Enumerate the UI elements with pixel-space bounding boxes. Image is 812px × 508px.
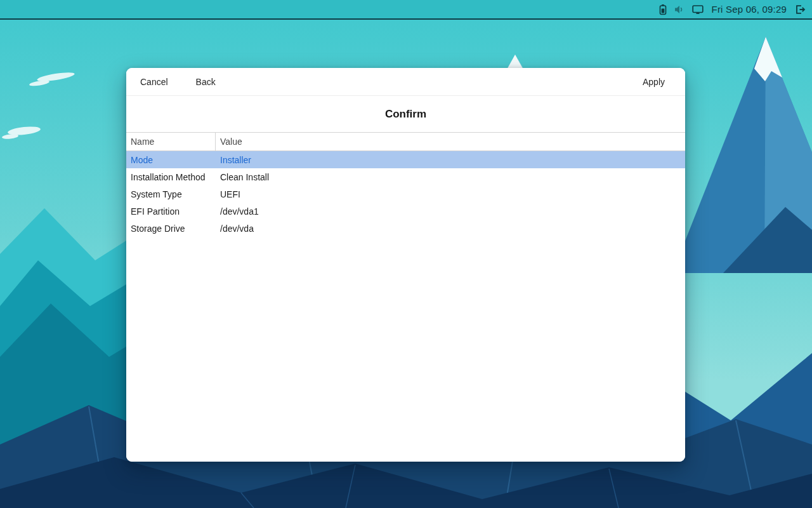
cancel-button[interactable]: Cancel [135, 73, 173, 91]
table-header: Name Value [126, 132, 685, 151]
table-row[interactable]: ModeInstaller [126, 151, 685, 168]
table-row[interactable]: EFI Partition/dev/vda1 [126, 203, 685, 220]
battery-icon[interactable] [658, 4, 667, 15]
row-name: EFI Partition [126, 206, 216, 217]
row-value: Installer [216, 155, 685, 165]
page-title: Confirm [126, 96, 685, 132]
row-name: Installation Method [126, 172, 216, 182]
table-row[interactable]: Storage Drive/dev/vda [126, 220, 685, 237]
volume-muted-icon[interactable] [674, 4, 685, 15]
desktop: Fri Sep 06, 09:29 Cancel Back Apply Conf… [0, 0, 812, 508]
row-name: System Type [126, 189, 216, 199]
row-name: Storage Drive [126, 224, 216, 234]
clock[interactable]: Fri Sep 06, 09:29 [710, 4, 788, 15]
row-value: Clean Install [216, 172, 685, 182]
column-header-name: Name [126, 133, 216, 150]
table-body: ModeInstallerInstallation MethodClean In… [126, 151, 685, 462]
back-button[interactable]: Back [191, 73, 221, 91]
display-icon[interactable] [692, 4, 704, 15]
logout-icon[interactable] [795, 4, 806, 15]
row-value: /dev/vda1 [216, 206, 685, 217]
confirm-dialog: Cancel Back Apply Confirm Name Value Mod… [126, 68, 685, 462]
column-header-value: Value [216, 133, 685, 150]
row-value: UEFI [216, 189, 685, 199]
row-name: Mode [126, 155, 216, 165]
table-row[interactable]: System TypeUEFI [126, 185, 685, 203]
summary-table: Name Value ModeInstallerInstallation Met… [126, 132, 685, 462]
dialog-header: Cancel Back Apply [126, 68, 685, 96]
system-tray[interactable]: Fri Sep 06, 09:29 [658, 4, 812, 15]
apply-button[interactable]: Apply [638, 73, 670, 91]
row-value: /dev/vda [216, 224, 685, 234]
table-row[interactable]: Installation MethodClean Install [126, 168, 685, 185]
top-bar: Fri Sep 06, 09:29 [0, 0, 812, 20]
